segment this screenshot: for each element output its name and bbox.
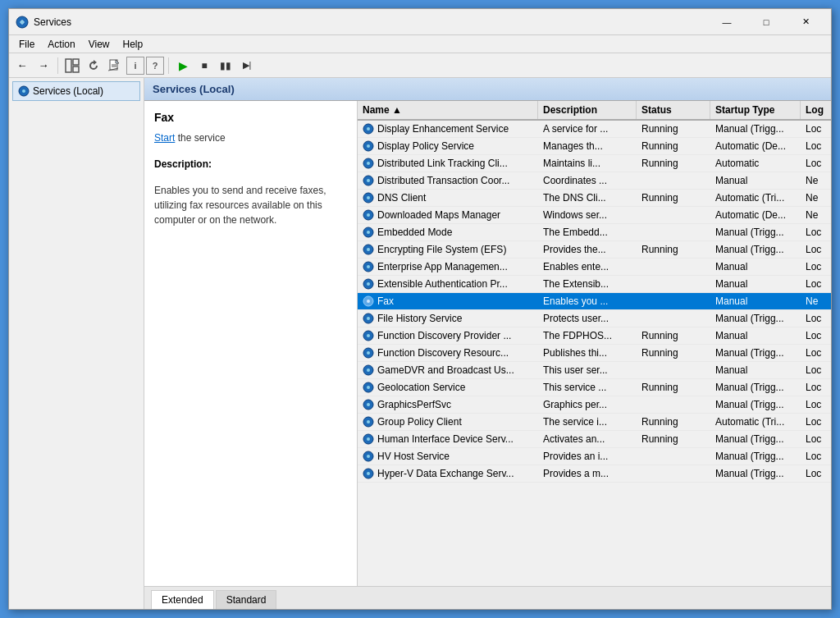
pause-button[interactable]: ▮▮ xyxy=(216,56,235,76)
menu-view[interactable]: View xyxy=(82,37,116,52)
table-scroll[interactable]: Display Enhancement Service A service fo… xyxy=(358,121,831,586)
table-row[interactable]: HV Host Service Provides an i... Manual … xyxy=(358,448,831,465)
table-row[interactable]: GraphicsPerfSvc Graphics per... Manual (… xyxy=(358,396,831,414)
maximize-button[interactable]: □ xyxy=(747,9,785,35)
cell-status xyxy=(637,224,710,240)
cell-startup: Automatic (Tri... xyxy=(710,414,801,430)
cell-log: Loc xyxy=(801,259,831,275)
svg-point-38 xyxy=(367,351,370,355)
table-row[interactable]: Display Enhancement Service A service fo… xyxy=(358,121,831,138)
table-row[interactable]: Downloaded Maps Manager Windows ser... A… xyxy=(358,207,831,224)
svg-point-48 xyxy=(367,437,370,441)
cell-name: Distributed Transaction Coor... xyxy=(358,172,538,189)
cell-description: Maintains li... xyxy=(538,155,637,172)
cell-status: Running xyxy=(637,241,710,258)
table-row[interactable]: Function Discovery Provider ... The FDPH… xyxy=(358,327,831,345)
cell-name: DNS Client xyxy=(358,190,538,206)
cell-log: Loc xyxy=(801,431,831,447)
menu-file[interactable]: File xyxy=(12,37,41,52)
svg-point-36 xyxy=(367,334,370,337)
table-row[interactable]: Encrypting File System (EFS) Provides th… xyxy=(358,241,831,259)
cell-status: Running xyxy=(637,345,710,361)
sidebar-item-services-local[interactable]: Services (Local) xyxy=(12,81,140,101)
content-header: Services (Local) xyxy=(144,78,831,101)
stop-button[interactable]: ■ xyxy=(194,56,214,76)
console-tree-button[interactable] xyxy=(62,56,82,76)
table-row[interactable]: Display Policy Service Manages th... Run… xyxy=(358,138,831,155)
cell-startup: Manual xyxy=(710,259,801,275)
cell-name: Geolocation Service xyxy=(358,379,538,396)
cell-log: Loc xyxy=(801,224,831,240)
cell-status xyxy=(637,259,710,275)
content-split: Fax Start the service Description: Enabl… xyxy=(144,101,831,586)
cell-status xyxy=(637,293,710,309)
col-name[interactable]: Name ▲ xyxy=(358,101,538,119)
cell-log: Loc xyxy=(801,121,831,137)
col-log[interactable]: Log xyxy=(801,101,831,119)
col-description[interactable]: Description xyxy=(538,101,637,119)
menu-action[interactable]: Action xyxy=(41,37,81,52)
table-row[interactable]: Group Policy Client The service i... Run… xyxy=(358,414,831,431)
bottom-tabs: Extended Standard xyxy=(144,586,831,609)
table-row[interactable]: Human Interface Device Serv... Activates… xyxy=(358,431,831,448)
cell-startup: Manual (Trigg... xyxy=(710,465,801,482)
table-area: Name ▲ Description Status Startup Type L xyxy=(358,101,831,586)
start-service-link[interactable]: Start xyxy=(154,132,175,144)
cell-name: Display Enhancement Service xyxy=(358,121,538,137)
cell-name: Function Discovery Resourc... xyxy=(358,345,538,361)
cell-status: Running xyxy=(637,138,710,154)
table-row[interactable]: Function Discovery Resourc... Publishes … xyxy=(358,345,831,362)
refresh-button[interactable] xyxy=(84,56,103,76)
cell-startup: Manual (Trigg... xyxy=(710,241,801,258)
help-button[interactable]: ? xyxy=(146,57,164,75)
cell-log: Loc xyxy=(801,345,831,361)
svg-point-30 xyxy=(367,282,370,286)
export-button[interactable] xyxy=(105,56,125,76)
forward-button[interactable]: → xyxy=(34,56,53,76)
menu-help[interactable]: Help xyxy=(116,37,150,52)
table-row[interactable]: Geolocation Service This service ... Run… xyxy=(358,379,831,396)
cell-description: This user ser... xyxy=(538,362,637,378)
cell-log: Ne xyxy=(801,190,831,206)
tab-extended[interactable]: Extended xyxy=(151,590,214,609)
svg-point-28 xyxy=(367,265,370,268)
table-row[interactable]: Extensible Authentication Pr... The Exte… xyxy=(358,276,831,293)
cell-name: Fax xyxy=(358,293,538,309)
svg-point-50 xyxy=(367,455,370,458)
table-row[interactable]: Embedded Mode The Embedd... Manual (Trig… xyxy=(358,224,831,241)
table-row[interactable]: Distributed Transaction Coor... Coordina… xyxy=(358,172,831,190)
cell-description: Enables ente... xyxy=(538,259,637,275)
sidebar-label: Services (Local) xyxy=(33,85,103,97)
cell-log: Loc xyxy=(801,310,831,327)
cell-status: Running xyxy=(637,327,710,344)
table-row[interactable]: Fax Enables you ... Manual Ne xyxy=(358,293,831,310)
col-startup[interactable]: Startup Type xyxy=(710,101,801,119)
table-row[interactable]: GameDVR and Broadcast Us... This user se… xyxy=(358,362,831,379)
cell-name: Display Policy Service xyxy=(358,138,538,154)
col-status[interactable]: Status xyxy=(637,101,710,119)
cell-startup: Manual (Trigg... xyxy=(710,224,801,240)
svg-point-22 xyxy=(367,213,370,217)
table-row[interactable]: Distributed Link Tracking Cli... Maintai… xyxy=(358,155,831,172)
back-button[interactable]: ← xyxy=(12,56,32,76)
resume-button[interactable]: ▶| xyxy=(237,56,257,76)
minimize-button[interactable]: — xyxy=(708,9,746,35)
cell-log: Loc xyxy=(801,241,831,258)
cell-name: Embedded Mode xyxy=(358,224,538,240)
table-row[interactable]: DNS Client The DNS Cli... Running Automa… xyxy=(358,190,831,207)
close-button[interactable]: ✕ xyxy=(787,9,824,35)
cell-description: The DNS Cli... xyxy=(538,190,637,206)
cell-log: Loc xyxy=(801,276,831,292)
table-row[interactable]: Enterprise App Managemen... Enables ente… xyxy=(358,259,831,276)
cell-description: Manages th... xyxy=(538,138,637,154)
table-row[interactable]: File History Service Protects user... Ma… xyxy=(358,310,831,327)
menu-bar: File Action View Help xyxy=(9,35,831,53)
properties-button[interactable]: i xyxy=(126,57,144,75)
description-label: Description: xyxy=(154,158,347,170)
tab-standard[interactable]: Standard xyxy=(216,590,277,609)
cell-startup: Manual (Trigg... xyxy=(710,379,801,396)
cell-log: Loc xyxy=(801,414,831,430)
cell-status xyxy=(637,396,710,413)
play-button[interactable]: ▶ xyxy=(173,56,193,76)
table-row[interactable]: Hyper-V Data Exchange Serv... Provides a… xyxy=(358,465,831,483)
